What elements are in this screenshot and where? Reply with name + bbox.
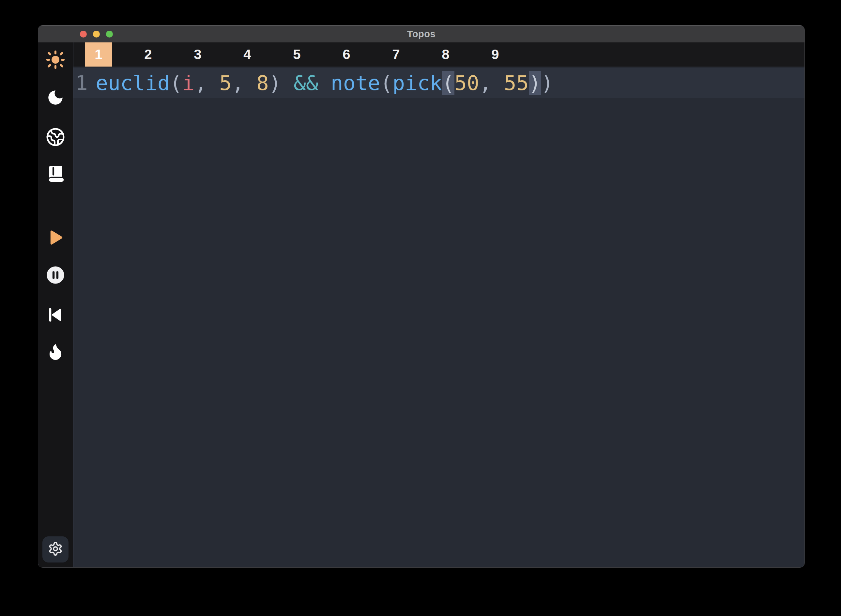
- code-token-punct: ): [541, 71, 554, 95]
- universe-tab-bar: 123456789: [73, 43, 804, 66]
- docs-button[interactable]: [45, 164, 66, 184]
- app-window: Topos: [38, 25, 804, 568]
- traffic-lights: [80, 26, 113, 43]
- minimize-button[interactable]: [93, 31, 100, 38]
- pause-button[interactable]: [45, 265, 66, 285]
- titlebar: Topos: [38, 25, 804, 43]
- code-token-number: 8: [256, 71, 269, 95]
- code-token-punct: ): [269, 71, 294, 95]
- tab-3[interactable]: 3: [184, 43, 211, 66]
- gear-icon: [48, 541, 63, 557]
- code-token-function: euclid: [95, 71, 170, 95]
- code-token-punct: ,: [195, 71, 219, 95]
- settings-button[interactable]: [42, 536, 69, 562]
- pause-icon: [45, 265, 66, 285]
- code-token-punct: ,: [479, 71, 504, 95]
- code-token-number: 5: [219, 71, 231, 95]
- code-token-punct: (: [170, 71, 182, 95]
- desktop-background: Topos: [0, 0, 841, 616]
- code-token-operator: &&: [294, 71, 318, 95]
- code-token-number: 55: [504, 71, 529, 95]
- tab-2[interactable]: 2: [135, 43, 161, 66]
- play-icon: [46, 228, 65, 247]
- tab-5[interactable]: 5: [283, 43, 310, 66]
- play-button[interactable]: [45, 227, 66, 248]
- globe-icon: [46, 127, 65, 147]
- code-token-function: pick: [393, 71, 442, 95]
- code-token-punct: ,: [231, 71, 256, 95]
- code-token-matched: ): [529, 71, 541, 95]
- window-title: Topos: [38, 29, 804, 40]
- theme-dark-button[interactable]: [45, 87, 66, 108]
- tab-1[interactable]: 1: [85, 43, 112, 66]
- code-token-variable: i: [182, 71, 195, 95]
- moon-icon: [46, 88, 65, 107]
- code-token-number: 50: [454, 71, 479, 95]
- tab-4[interactable]: 4: [234, 43, 261, 66]
- code-editor[interactable]: 1 euclid(i, 5, 8) && note(pick(50, 55)): [73, 66, 804, 567]
- skip-back-button[interactable]: [45, 305, 66, 325]
- sidebar: [38, 43, 73, 567]
- zoom-button[interactable]: [106, 31, 113, 38]
- theme-light-button[interactable]: [45, 50, 66, 70]
- line-number: 1: [73, 71, 88, 95]
- tab-6[interactable]: 6: [333, 43, 360, 66]
- code-token-punct: [318, 71, 331, 95]
- editor-active-line[interactable]: 1 euclid(i, 5, 8) && note(pick(50, 55)): [73, 68, 804, 98]
- flame-icon: [46, 343, 64, 361]
- flame-button[interactable]: [45, 342, 66, 362]
- sun-icon: [45, 49, 66, 70]
- code-content: euclid(i, 5, 8) && note(pick(50, 55)): [95, 71, 553, 95]
- code-token-function: note: [331, 71, 380, 95]
- tab-9[interactable]: 9: [482, 43, 508, 66]
- tab-7[interactable]: 7: [382, 43, 409, 66]
- skip-back-icon: [46, 306, 64, 324]
- content-area: 123456789 1 euclid(i, 5, 8) && note(pick…: [73, 43, 804, 567]
- code-token-matched: (: [442, 71, 454, 95]
- globe-button[interactable]: [45, 127, 66, 147]
- code-token-punct: (: [380, 71, 393, 95]
- close-button[interactable]: [80, 31, 87, 38]
- tab-8[interactable]: 8: [432, 43, 459, 66]
- book-icon: [46, 164, 65, 184]
